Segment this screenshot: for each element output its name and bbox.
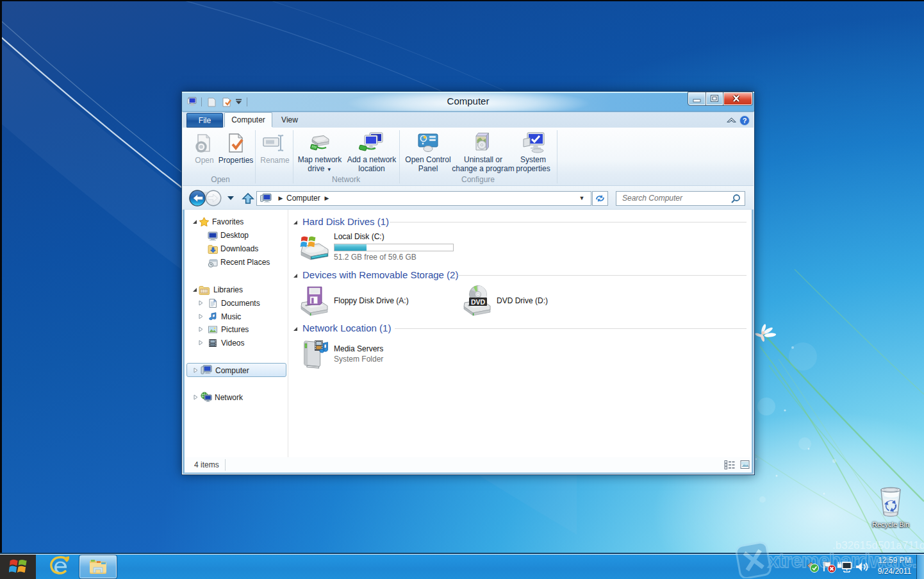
svg-text:?: ? <box>743 117 747 124</box>
svg-text:DVD: DVD <box>471 298 486 306</box>
